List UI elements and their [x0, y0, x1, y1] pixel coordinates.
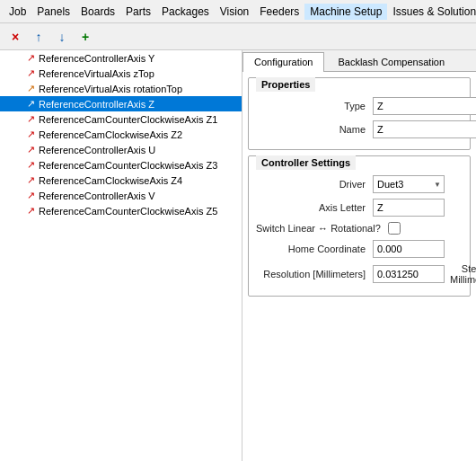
home-coord-input[interactable]: [373, 240, 445, 258]
driver-row: Driver Duet3: [256, 175, 463, 193]
arrow-icon-8: ↗: [27, 174, 35, 186]
tree-label-1: ReferenceVirtualAxis zTop: [39, 68, 154, 79]
controller-settings-body: Driver Duet3 Axis Letter Switch Linear ↔…: [249, 170, 470, 296]
resolution-label: Resolution [Millimeters]: [256, 269, 373, 279]
name-input[interactable]: [373, 120, 476, 138]
tree-item-3[interactable]: ↗ ReferenceControllerAxis Z: [0, 96, 242, 111]
driver-select[interactable]: Duet3: [373, 175, 445, 193]
resolution-row: Resolution [Millimeters] Steps / Millime…: [256, 263, 463, 285]
type-select[interactable]: Z: [373, 97, 476, 115]
menubar: Job Panels Boards Parts Packages Vision …: [0, 0, 476, 23]
name-row: Name: [256, 120, 463, 138]
home-coord-row: Home Coordinate: [256, 240, 463, 258]
type-select-wrapper: Z: [373, 97, 476, 115]
menu-parts[interactable]: Parts: [120, 4, 156, 20]
main-content: ↗ ReferenceControllerAxis Y ↗ ReferenceV…: [0, 50, 476, 461]
menu-panels[interactable]: Panels: [31, 4, 75, 20]
type-label: Type: [256, 101, 373, 111]
controller-settings-title: Controller Settings: [256, 155, 356, 170]
tree-item-8[interactable]: ↗ ReferenceCamClockwiseAxis Z4: [0, 173, 242, 188]
menu-packages[interactable]: Packages: [156, 4, 215, 20]
tree-label-2: ReferenceVirtualAxis rotationTop: [39, 84, 182, 94]
tab-backlash[interactable]: Backlash Compensation: [326, 52, 456, 71]
arrow-icon-6: ↗: [27, 144, 35, 155]
driver-select-wrapper: Duet3: [373, 175, 445, 193]
toolbar: × ↑ ↓ +: [0, 23, 476, 50]
tree-item-7[interactable]: ↗ ReferenceCamCounterClockwiseAxis Z3: [0, 157, 242, 173]
tree-item-9[interactable]: ↗ ReferenceControllerAxis V: [0, 188, 242, 203]
tree-label-5: ReferenceCamClockwiseAxis Z2: [39, 129, 182, 140]
delete-button[interactable]: ×: [5, 27, 25, 47]
resolution-input[interactable]: [373, 265, 445, 283]
tree-label-7: ReferenceCamCounterClockwiseAxis Z3: [39, 160, 217, 171]
tree-item-10[interactable]: ↗ ReferenceCamCounterClockwiseAxis Z5: [0, 203, 242, 218]
tree-item-0[interactable]: ↗ ReferenceControllerAxis Y: [0, 50, 242, 66]
home-coord-label: Home Coordinate: [256, 244, 373, 254]
tabs-bar: Configuration Backlash Compensation: [242, 50, 476, 72]
move-up-button[interactable]: ↑: [29, 27, 48, 47]
menu-machine-setup[interactable]: Machine Setup: [304, 4, 387, 20]
tree-panel: ↗ ReferenceControllerAxis Y ↗ ReferenceV…: [0, 50, 242, 461]
arrow-icon-3: ↗: [27, 98, 35, 110]
axis-letter-label: Axis Letter: [256, 202, 373, 213]
arrow-icon-2: ↗: [27, 83, 35, 94]
type-row: Type Z: [256, 97, 463, 115]
move-down-button[interactable]: ↓: [52, 27, 72, 47]
switch-row: Switch Linear ↔ Rotational?: [256, 222, 463, 235]
steps-label: Steps / Millimeter: [445, 263, 476, 285]
tree-item-4[interactable]: ↗ ReferenceCamCounterClockwiseAxis Z1: [0, 111, 242, 127]
driver-label: Driver: [256, 179, 373, 190]
tree-label-8: ReferenceCamClockwiseAxis Z4: [39, 175, 182, 186]
tree-label-0: ReferenceControllerAxis Y: [39, 53, 154, 64]
switch-checkbox[interactable]: [388, 222, 401, 235]
tree-label-6: ReferenceControllerAxis U: [39, 145, 155, 155]
properties-section: Properties Type Z Name: [248, 77, 471, 150]
arrow-icon-5: ↗: [27, 129, 35, 140]
arrow-icon-1: ↗: [27, 67, 35, 79]
switch-label: Switch Linear ↔ Rotational?: [256, 223, 388, 234]
menu-job[interactable]: Job: [4, 4, 31, 20]
tree-label-10: ReferenceCamCounterClockwiseAxis Z5: [39, 206, 217, 217]
menu-issues[interactable]: Issues & Solutions: [387, 4, 476, 20]
arrow-icon-7: ↗: [27, 159, 35, 171]
controller-settings-section: Controller Settings Driver Duet3 Axis Le…: [248, 155, 471, 297]
tree-item-2[interactable]: ↗ ReferenceVirtualAxis rotationTop: [0, 81, 242, 96]
tree-item-1[interactable]: ↗ ReferenceVirtualAxis zTop: [0, 66, 242, 81]
menu-feeders[interactable]: Feeders: [254, 4, 304, 20]
tab-content: Properties Type Z Name: [242, 72, 476, 461]
arrow-icon-0: ↗: [27, 52, 35, 64]
tab-configuration[interactable]: Configuration: [242, 52, 324, 72]
add-button[interactable]: +: [75, 27, 95, 47]
tree-label-3: ReferenceControllerAxis Z: [39, 99, 154, 110]
tree-item-6[interactable]: ↗ ReferenceControllerAxis U: [0, 142, 242, 157]
properties-body: Type Z Name: [249, 92, 470, 149]
tree-item-5[interactable]: ↗ ReferenceCamClockwiseAxis Z2: [0, 127, 242, 142]
arrow-icon-4: ↗: [27, 113, 35, 125]
axis-letter-row: Axis Letter: [256, 199, 463, 217]
arrow-icon-10: ↗: [27, 205, 35, 217]
right-panel: Configuration Backlash Compensation Prop…: [242, 50, 476, 461]
menu-vision[interactable]: Vision: [215, 4, 254, 20]
name-label: Name: [256, 124, 373, 135]
axis-letter-input[interactable]: [373, 199, 445, 217]
menu-boards[interactable]: Boards: [75, 4, 120, 20]
properties-title: Properties: [256, 77, 315, 92]
tree-label-4: ReferenceCamCounterClockwiseAxis Z1: [39, 114, 217, 125]
tree-label-9: ReferenceControllerAxis V: [39, 191, 155, 201]
arrow-icon-9: ↗: [27, 190, 35, 201]
